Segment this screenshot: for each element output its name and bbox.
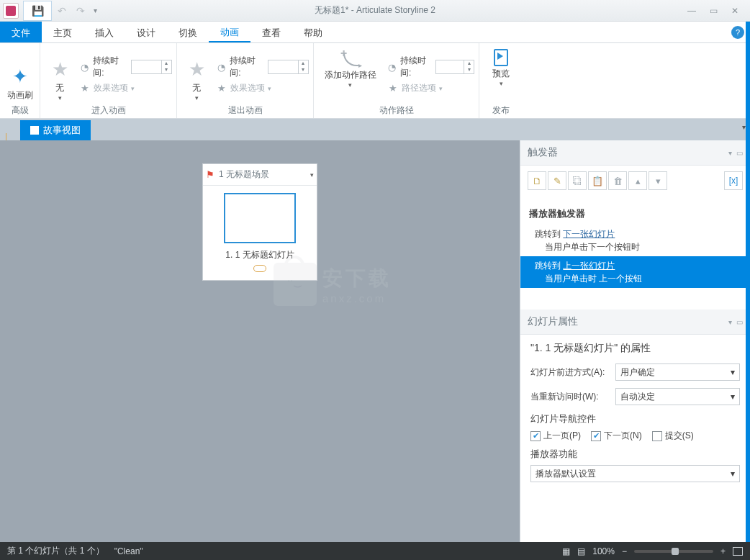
player-triggers-section: 播放器触发器	[520, 203, 750, 225]
scene-dropdown[interactable]: ▾	[310, 171, 314, 179]
panel-close-icon[interactable]: ▭	[736, 149, 743, 157]
exit-effect-options[interactable]: ★效果选项 ▾	[216, 82, 309, 94]
triggers-panel-head: 触发器 ▾▭	[520, 140, 750, 166]
animation-brush-button[interactable]: ✦ 动画刷	[4, 46, 35, 103]
next-checkbox[interactable]: ✔下一页(N)	[591, 430, 642, 442]
trigger-prev[interactable]: 跳转到 上一张幻灯片 当用户单击时 上一个按钮	[520, 256, 750, 288]
advance-select[interactable]: 用户确定▾	[615, 363, 740, 381]
delete-trigger-button[interactable]: 🗑	[608, 171, 627, 190]
trigger-next[interactable]: 跳转到 下一张幻灯片 当用户单击下一个按钮时	[520, 225, 750, 256]
group-advanced-label: 高级	[4, 103, 35, 117]
advance-label: 幻灯片前进方式(A):	[530, 366, 610, 379]
story-canvas[interactable]: ¨⌣ 安下载anxz.com ⚑ 1 无标题场景 ▾ 1. 1 无标题幻灯片	[0, 140, 520, 542]
panel-menu-icon[interactable]: ▾	[728, 149, 732, 157]
tab-file[interactable]: 文件	[0, 22, 42, 42]
minimize-button[interactable]: —	[684, 6, 700, 16]
group-motionpath-label: 动作路径	[318, 103, 474, 117]
copy-trigger-button[interactable]: ⿻	[568, 171, 587, 190]
zoom-in-button[interactable]: +	[720, 546, 726, 556]
exit-duration-label: 持续时间:	[230, 55, 265, 79]
preview-icon	[494, 49, 508, 66]
path-duration-label: 持续时间:	[400, 55, 433, 79]
edit-trigger-button[interactable]: ✎	[548, 171, 566, 190]
move-up-button[interactable]: ▴	[628, 171, 647, 190]
tab-insert[interactable]: 插入	[83, 22, 125, 42]
paste-trigger-button[interactable]: 📋	[588, 171, 607, 190]
player-features-label: 播放器功能	[530, 448, 740, 461]
ribbon: ✦ 动画刷 高级 ★ 无 ▾ ◔持续时间: ▴▾ ★效果选项 ▾ 进入动画 ★	[0, 43, 750, 119]
story-view-icon	[30, 126, 39, 135]
right-accent-strip	[746, 22, 750, 542]
entry-duration-label: 持续时间:	[93, 55, 128, 79]
exit-none-button[interactable]: ★ 无 ▾	[181, 46, 212, 103]
tab-view[interactable]: 查看	[250, 22, 292, 42]
slide-props-panel-head: 幻灯片属性 ▾▭	[520, 310, 750, 335]
group-exit-label: 退出动画	[181, 103, 309, 117]
status-theme: "Clean"	[114, 546, 143, 556]
zoom-out-button[interactable]: −	[622, 546, 627, 556]
new-trigger-button[interactable]: 🗋	[528, 171, 546, 190]
scene-title: 1 无标题场景	[219, 168, 269, 181]
view-mode-1[interactable]: ▦	[562, 546, 570, 556]
help-icon[interactable]: ?	[731, 26, 744, 39]
move-down-button[interactable]: ▾	[649, 171, 667, 190]
revisit-select[interactable]: 自动决定▾	[615, 388, 740, 405]
watermark: ¨⌣ 安下载anxz.com	[274, 263, 392, 306]
redo-button[interactable]: ↷	[72, 5, 89, 17]
nav-controls-label: 幻灯片导航控件	[530, 412, 740, 425]
panel2-close-icon[interactable]: ▭	[736, 318, 743, 326]
slide-thumbnail[interactable]	[224, 193, 296, 243]
tab-animation[interactable]: 动画	[209, 22, 250, 42]
scene-flag-icon: ⚑	[206, 169, 214, 180]
entry-none-button[interactable]: ★ 无 ▾	[45, 46, 75, 103]
undo-button[interactable]: ↶	[53, 5, 71, 17]
zoom-slider[interactable]	[634, 550, 713, 553]
close-button[interactable]: ✕	[727, 6, 743, 16]
side-panel: 触发器 ▾▭ 🗋 ✎ ⿻ 📋 🗑 ▴ ▾ [x] 播放器触发器 跳转到 下一张幻…	[520, 140, 750, 542]
save-button[interactable]: 💾	[23, 1, 52, 21]
trigger-toolbar: 🗋 ✎ ⿻ 📋 🗑 ▴ ▾ [x]	[520, 166, 750, 196]
panel2-menu-icon[interactable]: ▾	[728, 318, 732, 326]
tab-design[interactable]: 设计	[125, 22, 167, 42]
zoom-value: 100%	[592, 546, 615, 556]
revisit-label: 当重新访问时(W):	[530, 391, 610, 403]
status-bar: 第 1 个幻灯片（共 1 个） "Clean" ▦ ▤ 100% − +	[0, 542, 750, 560]
view-mode-2[interactable]: ▤	[577, 546, 585, 556]
path-options[interactable]: ★路径选项 ▾	[387, 82, 474, 94]
status-slide-count: 第 1 个幻灯片（共 1 个）	[7, 545, 104, 557]
document-tabs: 故事视图	[0, 119, 750, 140]
submit-checkbox[interactable]: 提交(S)	[652, 430, 694, 442]
window-title: 无标题1* - Articulate Storyline 2	[315, 4, 435, 17]
tab-transition[interactable]: 切换	[167, 22, 209, 42]
entry-duration-input[interactable]: ▴▾	[131, 60, 172, 74]
prev-checkbox[interactable]: ✔上一页(P)	[530, 430, 581, 442]
tab-home[interactable]: 主页	[42, 22, 83, 42]
player-features-select[interactable]: 播放器默认设置▾	[530, 465, 740, 482]
preview-button[interactable]: 预览 ▾	[484, 46, 518, 103]
maximize-button[interactable]: ▭	[705, 6, 721, 16]
exit-duration-input[interactable]: ▴▾	[268, 60, 309, 74]
variables-button[interactable]: [x]	[724, 171, 743, 190]
app-icon	[3, 3, 19, 19]
fit-to-window-button[interactable]	[733, 547, 743, 556]
tab-story-view[interactable]: 故事视图	[20, 120, 91, 140]
group-publish-label: 发布	[484, 103, 518, 117]
title-bar: 💾 ↶ ↷ ▾ 无标题1* - Articulate Storyline 2 —…	[0, 0, 750, 22]
group-entry-label: 进入动画	[45, 103, 172, 117]
add-motion-path-button[interactable]: ✚▸ 添加动作路径 ▾	[318, 46, 383, 103]
qat-dropdown[interactable]: ▾	[91, 6, 100, 14]
path-duration-input[interactable]: ▴▾	[435, 60, 474, 74]
menu-tabs: 文件 主页 插入 设计 切换 动画 查看 帮助 ?	[0, 22, 750, 43]
entry-effect-options[interactable]: ★效果选项 ▾	[79, 82, 172, 94]
slide-props-title: "1. 1 无标题幻灯片" 的属性	[530, 342, 740, 355]
tab-help[interactable]: 帮助	[292, 22, 334, 42]
